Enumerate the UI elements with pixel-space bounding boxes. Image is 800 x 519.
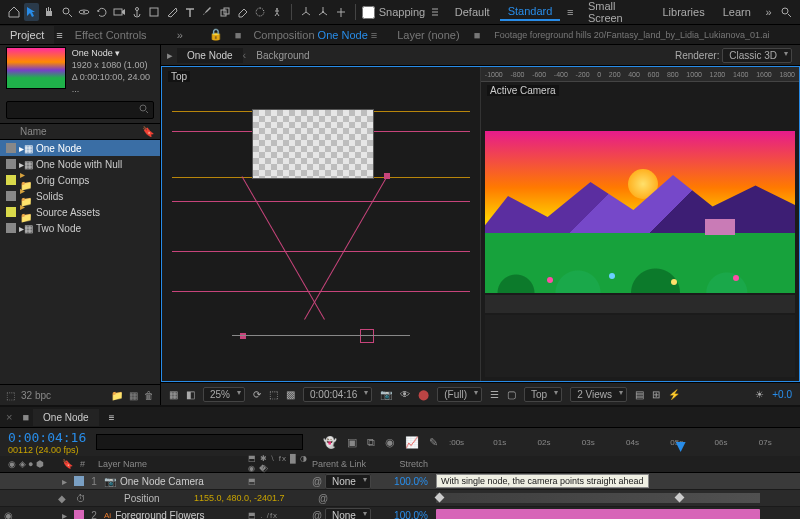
draft3d-icon[interactable]: ▣ bbox=[347, 436, 357, 449]
layer-name[interactable]: Foreground Flowers bbox=[115, 510, 244, 520]
project-search-input[interactable] bbox=[6, 101, 154, 119]
viewport-top[interactable]: Top bbox=[162, 67, 481, 381]
selection-tool-icon[interactable] bbox=[24, 3, 40, 21]
axis-world-icon[interactable] bbox=[316, 3, 332, 21]
layer-row[interactable]: ◉▸2AiForeground Flowers⬒ . /fx@ None100.… bbox=[0, 507, 800, 519]
timeline-search-input[interactable] bbox=[96, 434, 303, 450]
visibility-icon[interactable]: ◉ bbox=[4, 510, 13, 520]
tab-layer[interactable]: Layer (none) bbox=[387, 26, 469, 44]
col-parent[interactable]: Parent & Link bbox=[312, 459, 382, 469]
axis-view-icon[interactable] bbox=[333, 3, 349, 21]
snapping-toggle[interactable]: Snapping bbox=[362, 6, 426, 19]
tab-project[interactable]: Project bbox=[0, 26, 54, 44]
guides-icon[interactable]: ☰ bbox=[490, 389, 499, 400]
camera-node[interactable] bbox=[360, 329, 374, 343]
layer-row[interactable]: ▸1📷One Node Camera⬒@ None100.0%With sing… bbox=[0, 473, 800, 490]
workspace-menu-icon[interactable]: ≡ bbox=[562, 3, 578, 21]
exposure-value[interactable]: +0.0 bbox=[772, 389, 792, 400]
channel-icon[interactable]: ⬤ bbox=[418, 389, 429, 400]
comp-tab-background[interactable]: Background bbox=[246, 48, 319, 63]
label-color-swatch[interactable] bbox=[74, 510, 84, 519]
workspace-learn[interactable]: Learn bbox=[715, 4, 759, 20]
rotate-tool-icon[interactable] bbox=[94, 3, 110, 21]
graph-icon[interactable]: 📈 bbox=[405, 436, 419, 449]
workspace-overflow-icon[interactable]: » bbox=[761, 3, 777, 21]
camera-tool-icon[interactable] bbox=[111, 3, 127, 21]
stopwatch-icon[interactable]: ⏱ bbox=[76, 493, 90, 504]
exposure-icon[interactable]: ☀ bbox=[755, 389, 764, 400]
search-help-icon[interactable] bbox=[778, 3, 794, 21]
zoom-dropdown[interactable]: 25% bbox=[203, 387, 245, 402]
project-item[interactable]: ▸📁Source Assets bbox=[0, 204, 160, 220]
pixel-aspect-icon[interactable]: ⊞ bbox=[652, 389, 660, 400]
layer-switches[interactable]: ⬒ . /fx bbox=[248, 511, 308, 520]
resolution-dropdown[interactable]: (Full) bbox=[437, 387, 482, 402]
snapping-checkbox[interactable] bbox=[362, 6, 375, 19]
orbit-tool-icon[interactable] bbox=[76, 3, 92, 21]
workspace-smallscreen[interactable]: Small Screen bbox=[580, 0, 653, 26]
comp-lock-icon[interactable]: 🔒 bbox=[199, 25, 233, 44]
workspace-libraries[interactable]: Libraries bbox=[655, 4, 713, 20]
workspace-default[interactable]: Default bbox=[447, 4, 498, 20]
col-tag-icon[interactable]: 🔖 bbox=[142, 126, 154, 137]
trash-icon[interactable]: 🗑 bbox=[144, 390, 154, 401]
roto-tool-icon[interactable] bbox=[252, 3, 268, 21]
pen-tool-icon[interactable] bbox=[164, 3, 180, 21]
alpha-icon[interactable]: ◧ bbox=[186, 389, 195, 400]
snap-options-icon[interactable] bbox=[427, 3, 443, 21]
label-color-swatch[interactable] bbox=[74, 476, 84, 486]
view-dropdown[interactable]: Top bbox=[524, 387, 562, 402]
show-snapshot-icon[interactable]: 👁 bbox=[400, 389, 410, 400]
grid-icon[interactable]: ▦ bbox=[169, 389, 178, 400]
layer-name[interactable]: One Node Camera bbox=[120, 476, 244, 487]
col-stretch[interactable]: Stretch bbox=[386, 459, 434, 469]
property-row[interactable]: ◆⏱Position1155.0, 480.0, -2401.7@ bbox=[0, 490, 800, 507]
view-opts-icon[interactable]: ▤ bbox=[635, 389, 644, 400]
property-value[interactable]: 1155.0, 480.0, -2401.7 bbox=[194, 493, 314, 503]
tab-footage[interactable]: Footage foreground hills 20/Fantasy_land… bbox=[484, 27, 800, 43]
new-comp-icon[interactable]: ▦ bbox=[129, 390, 138, 401]
views-count-dropdown[interactable]: 2 Views bbox=[570, 387, 627, 402]
roi-icon[interactable]: ⬚ bbox=[269, 389, 278, 400]
current-timecode[interactable]: 0:00:04:16 bbox=[8, 430, 86, 445]
timeline-comp-tab[interactable]: One Node bbox=[33, 409, 99, 426]
puppet-tool-icon[interactable] bbox=[270, 3, 286, 21]
tab-effect-controls[interactable]: Effect Controls bbox=[65, 26, 157, 44]
hand-tool-icon[interactable] bbox=[41, 3, 57, 21]
project-item[interactable]: ▸▦Two Node bbox=[0, 220, 160, 236]
fast-preview-icon[interactable]: ⚡ bbox=[668, 389, 680, 400]
mask-icon[interactable]: ▢ bbox=[507, 389, 516, 400]
eraser-tool-icon[interactable] bbox=[235, 3, 251, 21]
composition-thumbnail[interactable] bbox=[6, 47, 66, 89]
comp-tab-active[interactable]: One Node bbox=[177, 48, 243, 63]
timecode-display[interactable]: 0:00:04:16 bbox=[303, 387, 372, 402]
snapshot-icon[interactable]: 📷 bbox=[380, 389, 392, 400]
transparency-icon[interactable]: ▩ bbox=[286, 389, 295, 400]
brush-tool-icon[interactable] bbox=[199, 3, 215, 21]
type-tool-icon[interactable] bbox=[182, 3, 198, 21]
zoom-tool-icon[interactable] bbox=[59, 3, 75, 21]
renderer-dropdown[interactable]: Classic 3D bbox=[722, 48, 792, 63]
moblur-icon[interactable]: ◉ bbox=[385, 436, 395, 449]
workspace-standard[interactable]: Standard bbox=[500, 3, 561, 21]
bpc-toggle[interactable]: 32 bpc bbox=[21, 390, 51, 401]
col-switches[interactable]: ⬒ ✱ ⧵ fx █ ◑ ◉ �⃟ bbox=[248, 454, 308, 474]
parent-dropdown[interactable]: None bbox=[325, 508, 371, 520]
layer-switches[interactable]: ⬒ bbox=[248, 477, 308, 486]
shape-tool-icon[interactable] bbox=[147, 3, 163, 21]
home-icon[interactable] bbox=[6, 3, 22, 21]
col-name[interactable]: Name bbox=[20, 126, 142, 137]
stretch-value[interactable]: 100.0% bbox=[386, 510, 434, 520]
interpret-icon[interactable]: ⬚ bbox=[6, 390, 15, 401]
comp-bounds-rect[interactable] bbox=[252, 109, 374, 179]
viewport-active-camera[interactable]: -1000-800-600-400-2000200400600800100012… bbox=[481, 67, 799, 381]
res-auto-icon[interactable]: ⟳ bbox=[253, 389, 261, 400]
frameblend-icon[interactable]: ⧉ bbox=[367, 436, 375, 449]
project-item[interactable]: ▸▦One Node bbox=[0, 140, 160, 156]
parent-dropdown[interactable]: None bbox=[325, 474, 371, 489]
new-folder-icon[interactable]: 📁 bbox=[111, 390, 123, 401]
shy-icon[interactable]: 👻 bbox=[323, 436, 337, 449]
brainstorm-icon[interactable]: ✎ bbox=[429, 436, 438, 449]
axis-local-icon[interactable] bbox=[298, 3, 314, 21]
col-layer-name[interactable]: Layer Name bbox=[98, 459, 244, 469]
